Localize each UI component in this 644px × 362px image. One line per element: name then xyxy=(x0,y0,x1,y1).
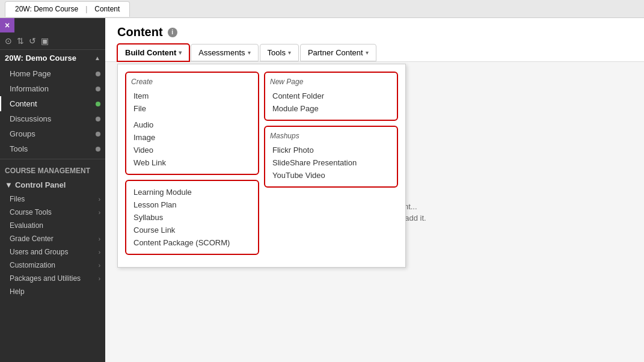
control-panel-header[interactable]: ▼ Control Panel xyxy=(0,177,105,192)
sidebar-item-groups[interactable]: Groups xyxy=(0,126,105,141)
bottom-section: Learning ModuleLesson PlanSyllabusCourse… xyxy=(125,180,259,255)
control-item-grade-center[interactable]: Grade Center› xyxy=(0,232,105,245)
tab-course-name: 20W: Demo Course xyxy=(15,5,78,13)
create-items: ItemFile xyxy=(131,90,253,115)
tools-label: Tools xyxy=(268,48,286,57)
mashups-section: Mashups Flickr PhotoSlideShare Presentat… xyxy=(264,126,398,188)
tab-page-name: Content xyxy=(94,5,120,13)
sidebar-item-label: Groups xyxy=(10,129,35,138)
build-content-button[interactable]: Build Content ▾ xyxy=(117,44,189,61)
home-icon[interactable]: ⊙ xyxy=(5,36,12,46)
bookmark-icon[interactable]: ▣ xyxy=(41,36,49,46)
create-section-title: Create xyxy=(131,78,253,86)
tools-chevron: ▾ xyxy=(288,49,291,56)
content-title-row: Content i xyxy=(117,25,632,39)
bottom-item-lesson-plan[interactable]: Lesson Plan xyxy=(131,198,253,211)
item-dot xyxy=(96,117,100,121)
dropdown-left-col: Create ItemFile AudioImageVideoWeb Link … xyxy=(123,69,262,262)
control-item-label: Grade Center xyxy=(10,235,54,243)
sidebar-item-tools[interactable]: Tools xyxy=(0,141,105,156)
control-item-label: Course Tools xyxy=(10,208,52,216)
course-arrow-icon: ▲ xyxy=(94,55,100,61)
sidebar-item-label: Home Page xyxy=(10,69,51,78)
main-content: Content i Build Content ▾ Assessments ▾ … xyxy=(105,18,644,362)
bottom-item-learning-module[interactable]: Learning Module xyxy=(131,186,253,198)
info-icon: i xyxy=(168,28,177,37)
arrow-icon: › xyxy=(99,196,100,203)
mashups-items: Flickr PhotoSlideShare PresentationYouTu… xyxy=(270,144,392,182)
create-item-item[interactable]: Item xyxy=(131,90,253,102)
tools-button[interactable]: Tools ▾ xyxy=(260,44,299,61)
sidebar: × ⊙ ⇅ ↺ ▣ 20W: Demo Course ▲ Home PageIn… xyxy=(0,18,105,362)
build-content-label: Build Content xyxy=(125,48,176,57)
control-item-course-tools[interactable]: Course Tools› xyxy=(0,206,105,219)
new-page-item-content-folder[interactable]: Content Folder xyxy=(270,90,392,102)
create-section: Create ItemFile AudioImageVideoWeb Link xyxy=(125,72,259,175)
sidebar-item-discussions[interactable]: Discussions xyxy=(0,111,105,126)
media-item-web-link[interactable]: Web Link xyxy=(131,156,253,169)
assessments-chevron: ▾ xyxy=(248,49,251,56)
create-item-file[interactable]: File xyxy=(131,102,253,115)
control-item-users-and-groups[interactable]: Users and Groups› xyxy=(0,245,105,259)
partner-content-button[interactable]: Partner Content ▾ xyxy=(300,44,376,61)
browser-tab[interactable]: 20W: Demo Course | Content xyxy=(5,1,130,17)
sidebar-item-content[interactable]: Content xyxy=(0,96,105,111)
item-dot xyxy=(96,147,100,152)
nav-items: Home PageInformationContentDiscussionsGr… xyxy=(0,66,105,156)
new-page-section: New Page Content FolderModule Page xyxy=(264,72,398,121)
mashup-item-slideshare-presentation[interactable]: SlideShare Presentation xyxy=(270,156,392,169)
control-item-files[interactable]: Files› xyxy=(0,192,105,206)
bottom-section-items: Learning ModuleLesson PlanSyllabusCourse… xyxy=(131,186,253,249)
control-items: Files›Course Tools›EvaluationGrade Cente… xyxy=(0,192,105,298)
browser-tab-bar: 20W: Demo Course | Content xyxy=(0,0,644,18)
build-content-dropdown: Create ItemFile AudioImageVideoWeb Link … xyxy=(117,64,406,268)
course-name-label: 20W: Demo Course xyxy=(5,54,76,63)
toolbar: Build Content ▾ Assessments ▾ Tools ▾ Pa… xyxy=(117,44,632,61)
control-item-customization[interactable]: Customization› xyxy=(0,259,105,272)
collapse-icon: ▼ xyxy=(5,180,13,189)
course-section-header[interactable]: 20W: Demo Course ▲ xyxy=(0,50,105,66)
arrow-icon: › xyxy=(99,209,100,216)
sidebar-item-home-page[interactable]: Home Page xyxy=(0,66,105,81)
item-dot xyxy=(96,102,100,106)
control-item-evaluation[interactable]: Evaluation xyxy=(0,219,105,232)
content-header: Content i Build Content ▾ Assessments ▾ … xyxy=(105,18,644,62)
item-dot xyxy=(96,72,100,76)
new-page-title: New Page xyxy=(270,78,392,86)
media-item-audio[interactable]: Audio xyxy=(131,118,253,131)
assessments-button[interactable]: Assessments ▾ xyxy=(191,44,258,61)
sidebar-item-information[interactable]: Information xyxy=(0,81,105,96)
sidebar-item-label: Discussions xyxy=(10,114,51,123)
control-panel-label: Control Panel xyxy=(15,180,66,189)
refresh-icon[interactable]: ⇅ xyxy=(17,36,24,46)
item-dot xyxy=(96,132,100,137)
media-item-image[interactable]: Image xyxy=(131,131,253,144)
arrow-icon: › xyxy=(99,275,100,282)
close-sidebar-button[interactable]: × xyxy=(0,18,14,32)
new-page-items: Content FolderModule Page xyxy=(270,90,392,115)
dropdown-right-col: New Page Content FolderModule Page Mashu… xyxy=(262,69,400,262)
media-item-video[interactable]: Video xyxy=(131,144,253,156)
control-item-label: Customization xyxy=(10,261,55,269)
divider xyxy=(0,159,105,159)
mashup-item-flickr-photo[interactable]: Flickr Photo xyxy=(270,144,392,156)
bottom-item-course-link[interactable]: Course Link xyxy=(131,224,253,236)
sidebar-icons-row: ⊙ ⇅ ↺ ▣ xyxy=(0,32,105,50)
control-item-packages-and-utilities[interactable]: Packages and Utilities› xyxy=(0,272,105,285)
arrow-icon: › xyxy=(99,236,100,242)
arrow-icon: › xyxy=(99,249,100,256)
reload-icon[interactable]: ↺ xyxy=(29,36,36,46)
control-item-help[interactable]: Help xyxy=(0,285,105,298)
partner-content-label: Partner Content xyxy=(308,48,363,57)
new-page-item-module-page[interactable]: Module Page xyxy=(270,102,392,115)
course-management-label: Course Management xyxy=(0,162,105,177)
page-title: Content xyxy=(117,25,163,39)
item-dot xyxy=(96,87,100,91)
mashup-item-youtube-video[interactable]: YouTube Video xyxy=(270,169,392,182)
control-item-label: Help xyxy=(10,287,25,296)
bottom-item-content-package--scorm-[interactable]: Content Package (SCORM) xyxy=(131,236,253,249)
mashups-title: Mashups xyxy=(270,132,392,140)
tab-separator: | xyxy=(85,5,87,13)
bottom-item-syllabus[interactable]: Syllabus xyxy=(131,211,253,224)
sidebar-item-label: Information xyxy=(10,84,49,93)
